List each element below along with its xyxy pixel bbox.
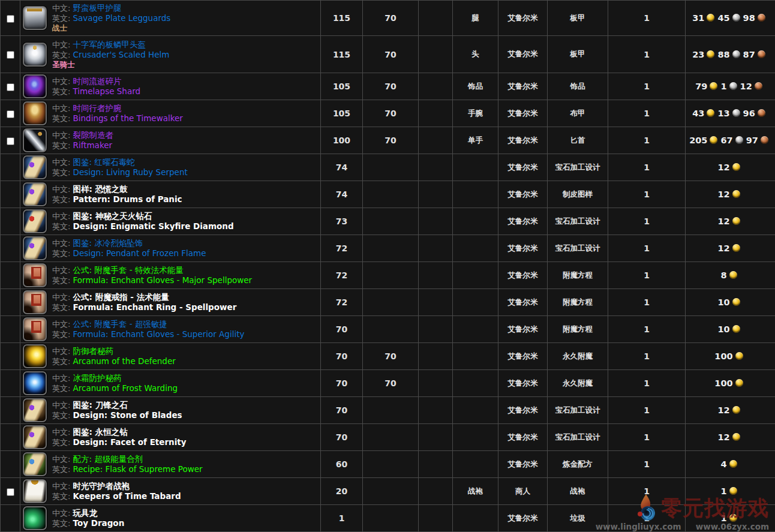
design-scroll-blue-icon[interactable] [23, 155, 47, 179]
design-scroll-blue-icon[interactable] [23, 182, 47, 206]
slot-cell: 单手 [453, 127, 498, 154]
source-cell: 艾鲁尔米 [498, 235, 548, 262]
item-name-en[interactable]: Keepers of Time Tabard [73, 491, 181, 501]
item-type-cell: 宝石加工设计 [548, 235, 608, 262]
item-name-cn[interactable]: 图鉴: 刀锋之石 [73, 400, 128, 410]
price-cell: 431396 [686, 100, 775, 127]
item-type-cell: 宝石加工设计 [548, 397, 608, 424]
item-name-cn[interactable]: 裂隙制造者 [73, 130, 114, 140]
gold-coin-icon [732, 325, 740, 333]
gold-coin-icon [732, 406, 740, 414]
design-scroll-blue-icon[interactable] [23, 236, 47, 260]
item-name-en[interactable]: Riftmaker [73, 140, 113, 150]
item-name-cn[interactable]: 图鉴: 永恒之钻 [73, 427, 128, 437]
gold-amount: 10 [717, 297, 729, 307]
item-name-cn[interactable]: 图鉴: 冰冷烈焰坠饰 [73, 238, 143, 248]
price-cell: 12 [686, 235, 775, 262]
item-name-cn[interactable]: 玩具龙 [73, 508, 98, 518]
timelapse-shard-icon[interactable] [23, 74, 47, 98]
slot-cell: 战袍 [453, 478, 498, 505]
checkbox-cell [1, 208, 20, 235]
en-label: 英文: [52, 114, 70, 123]
silver-coin-icon [732, 109, 740, 117]
arcanum-defender-icon[interactable] [23, 344, 47, 368]
gold-coin-icon [735, 352, 743, 360]
en-label: 英文: [52, 168, 70, 177]
item-name-en[interactable]: Toy Dragon [73, 518, 125, 528]
item-name-en[interactable]: Bindings of the Timewalker [73, 113, 183, 123]
item-name-cn[interactable]: 冰霜防护秘药 [73, 373, 122, 383]
en-label: 英文: [52, 330, 70, 339]
gold-amount: 12 [717, 217, 729, 226]
item-name-en[interactable]: Design: Enigmatic Skyfire Diamond [73, 221, 234, 231]
item-name-cn[interactable]: 图样: 恐慌之鼓 [73, 184, 128, 194]
riftmaker-dagger-icon[interactable] [23, 128, 47, 152]
row-checkbox[interactable] [7, 51, 14, 59]
design-scroll-tan-icon[interactable] [23, 425, 47, 449]
item-name-en[interactable]: Savage Plate Legguards [73, 13, 171, 23]
required-level-cell [363, 478, 419, 505]
item-name-cn[interactable]: 图鉴: 红曜石毒蛇 [73, 157, 135, 167]
formula-scroll-icon[interactable] [23, 290, 47, 314]
formula-scroll-icon[interactable] [23, 263, 47, 287]
item-name-cn[interactable]: 公式: 附魔戒指 - 法术能量 [73, 292, 169, 302]
recipe-scroll-green-icon[interactable] [23, 452, 47, 476]
item-name-en[interactable]: Formula: Enchant Gloves - Superior Agili… [73, 329, 245, 339]
row-checkbox[interactable] [7, 15, 14, 23]
item-cell: 中文: 时间流逝碎片 英文: Timelapse Shard [20, 73, 321, 100]
en-label: 英文: [52, 141, 70, 150]
toy-dragon-icon[interactable] [23, 506, 47, 530]
arcanum-frost-icon[interactable] [23, 371, 47, 395]
item-name-en[interactable]: Formula: Enchant Ring - Spellpower [73, 302, 237, 312]
item-name-en[interactable]: Design: Pendant of Frozen Flame [73, 248, 206, 258]
slot-cell [453, 370, 498, 397]
design-scroll-red-icon[interactable] [23, 209, 47, 233]
item-name-en[interactable]: Timelapse Shard [73, 86, 141, 96]
cn-label: 中文: [52, 320, 70, 329]
class-restriction: 战士 [52, 23, 170, 33]
quantity-cell: 1 [608, 208, 686, 235]
row-checkbox[interactable] [7, 83, 14, 91]
item-name-cn[interactable]: 图鉴: 神秘之天火钻石 [73, 211, 152, 221]
required-level-cell [363, 154, 419, 181]
item-name-cn[interactable]: 时光守护者战袍 [73, 481, 130, 491]
item-name-cn[interactable]: 公式: 附魔手套 - 超强敏捷 [73, 319, 167, 329]
item-name-cn[interactable]: 公式: 附魔手套 - 特效法术能量 [73, 265, 184, 275]
gold-amount: 31 [692, 13, 704, 23]
scaled-helm-icon[interactable] [23, 43, 47, 67]
item-name-cn[interactable]: 时间行者护腕 [73, 103, 122, 113]
item-name-en[interactable]: Arcanum of Frost Warding [73, 383, 178, 393]
item-name-en[interactable]: Design: Facet of Eternity [73, 437, 187, 447]
item-name-en[interactable]: Crusader's Scaled Helm [73, 50, 170, 59]
gold-coin-icon [710, 136, 717, 144]
timewalker-bindings-icon[interactable] [23, 101, 47, 125]
plate-legguards-icon[interactable] [23, 6, 47, 30]
item-name-en[interactable]: Arcanum of the Defender [73, 356, 176, 366]
gold-coin-icon [729, 514, 737, 522]
item-level-cell: 72 [321, 262, 363, 289]
item-name-en[interactable]: Recipe: Flask of Supreme Power [73, 464, 203, 474]
item-name-en[interactable]: Design: Stone of Blades [73, 410, 182, 420]
copper-coin-icon [758, 50, 765, 58]
row-checkbox[interactable] [7, 488, 14, 496]
item-name-en[interactable]: Design: Living Ruby Serpent [73, 167, 188, 177]
source-cell: 商人 [498, 478, 548, 505]
formula-scroll-icon[interactable] [23, 317, 47, 341]
en-label: 英文: [52, 411, 70, 420]
cn-label: 中文: [52, 347, 70, 356]
item-name-en[interactable]: Formula: Enchant Gloves - Major Spellpow… [73, 275, 253, 285]
tabard-icon[interactable] [23, 479, 47, 503]
item-cell: 中文: 十字军的板鳞甲头盔 英文: Crusader's Scaled Helm… [20, 36, 321, 73]
item-name-cn[interactable]: 野蛮板甲护腿 [73, 3, 122, 13]
row-checkbox[interactable] [7, 137, 14, 145]
row-checkbox[interactable] [7, 110, 14, 118]
item-name-en[interactable]: Pattern: Drums of Panic [73, 194, 182, 204]
item-name-cn[interactable]: 时间流逝碎片 [73, 76, 122, 86]
quantity-cell: 1 [608, 36, 686, 73]
item-name-cn[interactable]: 防御者秘药 [73, 346, 114, 356]
item-name-cn[interactable]: 十字军的板鳞甲头盔 [73, 40, 146, 49]
item-cell: 中文: 时光守护者战袍 英文: Keepers of Time Tabard [20, 478, 321, 505]
item-name-cn[interactable]: 配方: 超级能量合剂 [73, 454, 143, 464]
design-scroll-tan-icon[interactable] [23, 398, 47, 422]
checkbox-cell [1, 478, 20, 505]
